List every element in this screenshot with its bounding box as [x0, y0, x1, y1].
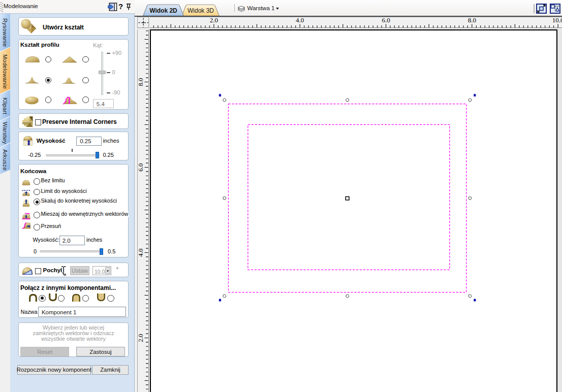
svg-text:2.0: 2.0 — [210, 17, 218, 24]
svg-text:10.0: 10.0 — [552, 17, 562, 24]
svg-text:4.0: 4.0 — [296, 17, 304, 24]
svg-text:6.0: 6.0 — [382, 17, 390, 24]
svg-text:8.0: 8.0 — [468, 17, 476, 24]
